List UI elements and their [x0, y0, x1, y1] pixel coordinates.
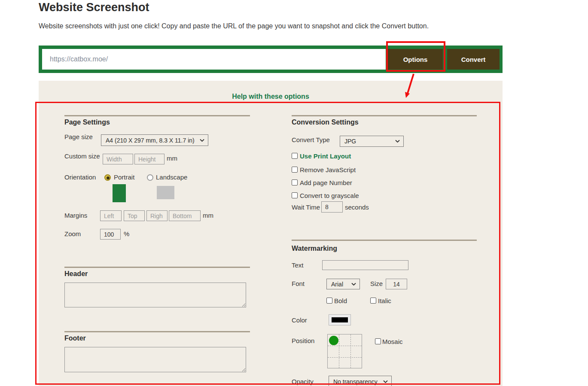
position-grid[interactable]: [327, 334, 362, 368]
bold-label[interactable]: Bold: [334, 297, 347, 304]
page-size-label: Page size: [64, 133, 93, 140]
divider: [292, 240, 477, 241]
watermark-text-label: Text: [292, 261, 304, 269]
margins-label: Margins: [64, 212, 87, 219]
opacity-label: Opacity: [292, 378, 314, 385]
watermark-font-select[interactable]: Arial: [326, 279, 360, 289]
convert-type-select-value: JPG: [344, 138, 356, 145]
divider: [64, 331, 250, 332]
conversion-settings-heading: Conversion Settings: [292, 119, 359, 126]
watermark-font-label: Font: [292, 280, 305, 287]
divider: [64, 267, 250, 268]
options-button[interactable]: Options: [388, 49, 443, 70]
margin-bottom-input[interactable]: [169, 210, 201, 221]
portrait-radio[interactable]: [104, 174, 111, 181]
zoom-label: Zoom: [64, 230, 81, 237]
margin-left-input[interactable]: [100, 210, 122, 221]
grid-line: [328, 346, 362, 346]
margin-right-input[interactable]: [146, 210, 168, 221]
chevron-down-icon: [383, 380, 388, 383]
watermark-font-select-value: Arial: [331, 281, 343, 288]
wait-time-unit: seconds: [345, 204, 369, 211]
use-print-layout-label[interactable]: Use Print Layout: [300, 152, 351, 160]
url-bar: Options Convert: [39, 46, 503, 73]
watermarking-heading: Watermarking: [292, 245, 337, 252]
zoom-input[interactable]: [100, 229, 121, 240]
footer-textarea[interactable]: [64, 347, 246, 372]
chevron-down-icon: [200, 139, 204, 142]
custom-height-input[interactable]: [134, 154, 165, 164]
orientation-label: Orientation: [64, 173, 96, 181]
divider: [64, 115, 250, 116]
header-textarea[interactable]: [64, 283, 246, 307]
footer-section-heading: Footer: [64, 334, 86, 342]
grid-line: [328, 357, 362, 358]
page-settings-heading: Page Settings: [64, 119, 110, 126]
watermark-text-input[interactable]: [322, 260, 408, 270]
convert-button[interactable]: Convert: [447, 49, 500, 70]
options-panel: Help with these options Page Settings Pa…: [39, 81, 503, 386]
margin-top-input[interactable]: [124, 210, 145, 221]
portrait-preview-swatch: [113, 184, 126, 202]
custom-width-input[interactable]: [103, 154, 133, 164]
grid-line: [350, 334, 351, 368]
watermark-position-label: Position: [292, 337, 314, 344]
position-selected-dot[interactable]: [329, 336, 338, 345]
watermark-color-label: Color: [292, 316, 307, 324]
remove-javascript-checkbox[interactable]: [292, 167, 298, 173]
convert-type-label: Convert Type: [292, 136, 330, 143]
landscape-radio-label[interactable]: Landscape: [156, 173, 187, 181]
bold-checkbox[interactable]: [326, 298, 332, 304]
convert-to-grayscale-checkbox[interactable]: [292, 192, 298, 198]
chevron-down-icon: [395, 140, 400, 143]
convert-type-select[interactable]: JPG: [340, 136, 404, 147]
page-subtitle: Website screenshots with just one click!…: [39, 22, 429, 30]
page-size-select[interactable]: A4 (210 X 297 mm, 8.3 X 11.7 in): [101, 134, 208, 146]
remove-javascript-label[interactable]: Remove JavaScript: [300, 166, 356, 173]
italic-checkbox[interactable]: [370, 298, 376, 304]
custom-size-unit: mm: [167, 155, 177, 162]
mosaic-checkbox[interactable]: [375, 338, 381, 344]
opacity-select[interactable]: No transparency: [329, 376, 392, 386]
landscape-preview-swatch: [157, 186, 174, 199]
grid-line: [339, 334, 339, 368]
page-title: Website Screenshot: [39, 1, 149, 14]
custom-size-label: Custom size: [64, 152, 100, 160]
opacity-select-value: No transparency: [333, 378, 378, 385]
wait-time-label: Wait Time: [292, 204, 320, 211]
use-print-layout-checkbox[interactable]: [292, 153, 298, 159]
page-size-select-value: A4 (210 X 297 mm, 8.3 X 11.7 in): [106, 137, 195, 144]
mosaic-label[interactable]: Mosaic: [382, 338, 403, 345]
italic-label[interactable]: Italic: [378, 297, 391, 304]
add-page-number-checkbox[interactable]: [292, 179, 298, 185]
chevron-down-icon: [351, 283, 356, 286]
watermark-size-input[interactable]: [386, 279, 407, 289]
portrait-radio-label[interactable]: Portrait: [114, 173, 134, 181]
margins-unit: mm: [203, 212, 213, 219]
color-picker-swatch[interactable]: [329, 314, 351, 325]
landscape-radio[interactable]: [147, 174, 153, 181]
divider: [292, 115, 477, 116]
header-section-heading: Header: [64, 270, 88, 278]
help-link[interactable]: Help with these options: [39, 93, 503, 100]
url-input[interactable]: [42, 49, 386, 70]
wait-time-input[interactable]: [321, 201, 343, 213]
watermark-size-label: Size: [370, 280, 383, 287]
add-page-number-label[interactable]: Add page Number: [300, 179, 352, 186]
zoom-unit: %: [124, 230, 129, 237]
color-swatch-value: [332, 317, 348, 322]
convert-to-grayscale-label[interactable]: Convert to grayscale: [300, 192, 359, 199]
